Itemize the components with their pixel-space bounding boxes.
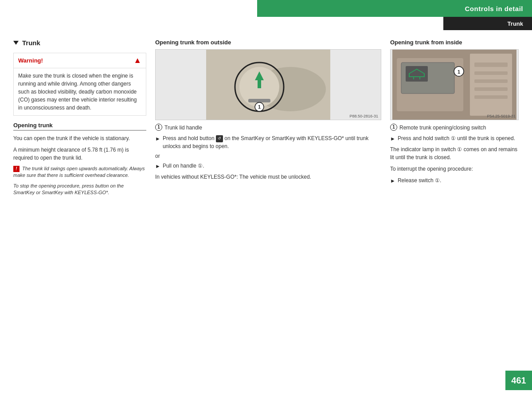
svg-text:1: 1 bbox=[458, 69, 460, 74]
indicator-lamp-para: The indicator lamp in switch ① comes on … bbox=[390, 145, 519, 161]
pull-handle-text: Pull on handle ①. bbox=[163, 162, 381, 170]
smartkey-button-icon: ↺ bbox=[216, 135, 223, 142]
svg-rect-6 bbox=[248, 99, 270, 102]
trunk-lid-handle-text: Trunk lid handle bbox=[164, 124, 381, 132]
opening-trunk-para1: You can open the trunk if the vehicle is… bbox=[13, 134, 146, 142]
warning-header: Warning! ▲ bbox=[14, 53, 146, 68]
press-hold-bullet: ► Press and hold button ↺ on the SmartKe… bbox=[155, 134, 381, 150]
svg-rect-17 bbox=[474, 71, 508, 75]
svg-rect-20 bbox=[474, 95, 508, 99]
triangle-down-icon bbox=[13, 41, 19, 45]
opening-trunk-heading: Opening trunk bbox=[13, 122, 146, 131]
mid-col-heading: Opening trunk from outside bbox=[155, 39, 381, 46]
svg-rect-5 bbox=[258, 79, 261, 88]
left-column: Trunk Warning! ▲ Make sure the trunk is … bbox=[13, 39, 146, 390]
trunk-section-heading: Trunk bbox=[13, 39, 146, 47]
press-hold-text: Press and hold button ↺ on the SmartKey … bbox=[163, 134, 381, 150]
warning-label: Warning! bbox=[18, 57, 43, 64]
opening-trunk-para2: A minimum height clearance of 5.78 ft (1… bbox=[13, 146, 146, 162]
press-hold-switch-text: Press and hold switch ① until the trunk … bbox=[398, 134, 519, 142]
section-label: Trunk bbox=[508, 20, 523, 27]
page-number: 461 bbox=[511, 376, 526, 386]
keyless-go-para: In vehicles without KEYLESS-GO*: The veh… bbox=[155, 173, 381, 181]
remote-switch-text: Remote trunk opening/closing switch bbox=[399, 124, 519, 132]
circle-num-1: 1 bbox=[155, 124, 162, 131]
svg-rect-16 bbox=[474, 63, 508, 67]
warning-box: Warning! ▲ Make sure the trunk is closed… bbox=[13, 53, 146, 116]
or-text: or bbox=[155, 153, 381, 159]
page-number-box: 461 bbox=[505, 371, 532, 390]
header-title: Controls in detail bbox=[465, 5, 523, 12]
trunk-inside-svg: 1 bbox=[391, 49, 518, 120]
mid-img-caption: P88.50-2816-31 bbox=[349, 114, 378, 118]
svg-text:1: 1 bbox=[258, 104, 261, 110]
right-col-heading: Opening trunk from inside bbox=[390, 39, 519, 46]
bullet-arrow-right-1: ► bbox=[390, 135, 395, 143]
svg-rect-18 bbox=[474, 79, 508, 83]
trunk-outside-svg: 1 bbox=[156, 49, 381, 120]
bullet-arrow-icon-2: ► bbox=[155, 162, 160, 170]
trunk-heading-text: Trunk bbox=[22, 39, 40, 47]
bullet-arrow-right-2: ► bbox=[390, 177, 395, 185]
right-column: Opening trunk from inside 1 bbox=[390, 39, 519, 390]
warning-text: Make sure the trunk is closed when the e… bbox=[14, 68, 146, 115]
bullet-arrow-icon-1: ► bbox=[155, 135, 160, 143]
right-img-caption: P54.25-5019-31 bbox=[487, 114, 516, 118]
release-switch-bullet: ► Release switch ①. bbox=[390, 176, 519, 185]
interrupt-heading: To interrupt the opening procedure: bbox=[390, 165, 519, 173]
section-bar: Trunk bbox=[443, 17, 532, 30]
red-square-icon: ! bbox=[13, 166, 20, 172]
header-bar: Controls in detail bbox=[257, 0, 532, 17]
trunk-outside-image: 1 P88.50-2816-31 bbox=[155, 49, 381, 120]
svg-rect-19 bbox=[474, 87, 508, 91]
remote-switch-label: 1 Remote trunk opening/closing switch bbox=[390, 124, 519, 132]
warning-triangle-icon: ▲ bbox=[133, 56, 141, 65]
circle-num-right-1: 1 bbox=[390, 124, 397, 131]
trunk-inside-image: 1 P54.25-5019-31 bbox=[390, 49, 519, 120]
middle-column: Opening trunk from outside 1 bbox=[155, 39, 381, 390]
press-hold-switch-bullet: ► Press and hold switch ① until the trun… bbox=[390, 134, 519, 143]
trunk-lid-handle-label: 1 Trunk lid handle bbox=[155, 124, 381, 132]
pull-handle-bullet: ► Pull on handle ①. bbox=[155, 162, 381, 170]
main-content: Trunk Warning! ▲ Make sure the trunk is … bbox=[0, 30, 532, 399]
opening-trunk-italic2: To stop the opening procedure, press but… bbox=[13, 183, 146, 196]
release-switch-text: Release switch ①. bbox=[398, 176, 519, 184]
opening-trunk-italic1: ! The trunk lid swings open upwards auto… bbox=[13, 165, 146, 179]
